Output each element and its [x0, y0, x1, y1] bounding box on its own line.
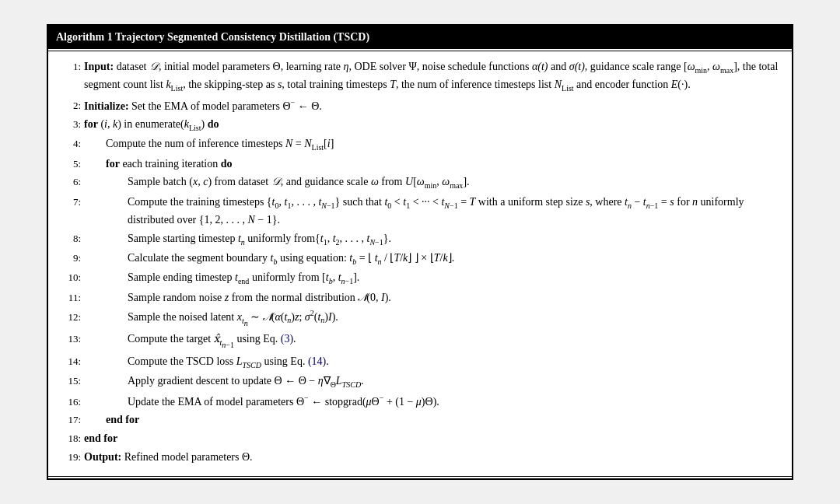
algorithm-body: 1:Input: dataset 𝒟, initial model parame…	[48, 53, 792, 474]
line-content: Sample starting timestep tn uniformly fr…	[84, 230, 781, 248]
line-content: Compute the num of inference timesteps N…	[84, 135, 781, 153]
line-number: 8:	[59, 231, 81, 247]
algorithm-line-15: 15:Apply gradient descent to update Θ ← …	[59, 372, 781, 391]
line-number: 11:	[59, 290, 81, 306]
line-number: 14:	[59, 354, 81, 369]
algorithm-line-4: 4:Compute the num of inference timesteps…	[59, 135, 781, 154]
algorithm-line-7: 7:Compute the training timesteps {t0, t1…	[59, 193, 781, 229]
algorithm-line-16: 16:Update the EMA of model parameters Θ−…	[59, 391, 781, 411]
line-content: Sample random noise z from the normal di…	[84, 289, 781, 306]
algorithm-line-10: 10:Sample ending timestep tend uniformly…	[59, 268, 781, 288]
line-content: Input: dataset 𝒟, initial model paramete…	[84, 58, 781, 95]
line-content: Sample batch (x, c) from dataset 𝒟, and …	[84, 173, 781, 191]
line-number: 2:	[59, 98, 81, 114]
algorithm-line-5: 5:for each training iteration do	[59, 155, 781, 173]
line-content: Update the EMA of model parameters Θ− ← …	[84, 392, 781, 410]
line-content: for (i, k) in enumerate(kList) do	[84, 116, 781, 134]
line-number: 17:	[59, 412, 81, 428]
algorithm-line-19: 19:Output: Refined model parameters Θ.	[59, 448, 781, 467]
algorithm-line-11: 11:Sample random noise z from the normal…	[59, 289, 781, 307]
line-content: Output: Refined model parameters Θ.	[84, 449, 781, 466]
algorithm-line-8: 8:Sample starting timestep tn uniformly …	[59, 229, 781, 249]
line-content: Compute the TSCD loss LTSCD using Eq. (1…	[84, 353, 781, 371]
line-number: 6:	[59, 174, 81, 190]
algorithm-line-6: 6:Sample batch (x, c) from dataset 𝒟, an…	[59, 173, 781, 192]
line-number: 18:	[59, 431, 81, 446]
algorithm-header: Algorithm 1 Trajectory Segmented Consist…	[48, 26, 792, 49]
line-content: Compute the training timesteps {t0, t1, …	[84, 194, 781, 229]
algorithm-line-3: 3:for (i, k) in enumerate(kList) do	[59, 115, 781, 135]
algorithm-title: Algorithm 1 Trajectory Segmented Consist…	[56, 31, 369, 43]
line-number: 16:	[59, 394, 81, 410]
line-number: 1:	[59, 59, 81, 75]
algorithm-line-9: 9:Calculate the segment boundary tb usin…	[59, 249, 781, 268]
line-content: Initialize: Set the EMA of model paramet…	[84, 96, 781, 114]
algorithm-line-17: 17:end for	[59, 411, 781, 429]
algorithm-line-14: 14:Compute the TSCD loss LTSCD using Eq.…	[59, 352, 781, 372]
line-content: Calculate the segment boundary tb using …	[84, 250, 781, 268]
line-number: 13:	[59, 331, 81, 347]
algorithm-line-2: 2:Initialize: Set the EMA of model param…	[59, 96, 781, 115]
line-content: Sample the noised latent xtn ∼ 𝒩(α(tn)z;…	[84, 307, 781, 329]
line-number: 12:	[59, 310, 81, 325]
line-number: 3:	[59, 117, 81, 132]
line-content: Compute the target x̂tn−1 using Eq. (3).	[84, 331, 781, 351]
algorithm-line-13: 13:Compute the target x̂tn−1 using Eq. (…	[59, 330, 781, 352]
line-content: Sample ending timestep tend uniformly fr…	[84, 269, 781, 287]
algorithm-line-18: 18:end for	[59, 429, 781, 448]
line-number: 10:	[59, 270, 81, 285]
line-number: 9:	[59, 250, 81, 266]
line-content: end for	[84, 411, 781, 429]
line-content: end for	[84, 430, 781, 447]
line-number: 19:	[59, 450, 81, 465]
line-number: 4:	[59, 136, 81, 152]
line-content: for each training iteration do	[84, 156, 781, 173]
line-number: 5:	[59, 156, 81, 172]
algorithm-line-12: 12:Sample the noised latent xtn ∼ 𝒩(α(tn…	[59, 306, 781, 330]
algorithm-box: Algorithm 1 Trajectory Segmented Consist…	[47, 24, 793, 479]
line-content: Apply gradient descent to update Θ ← Θ −…	[84, 373, 781, 390]
line-number: 15:	[59, 373, 81, 389]
line-number: 7:	[59, 194, 81, 210]
algorithm-line-1: 1:Input: dataset 𝒟, initial model parame…	[59, 58, 781, 96]
